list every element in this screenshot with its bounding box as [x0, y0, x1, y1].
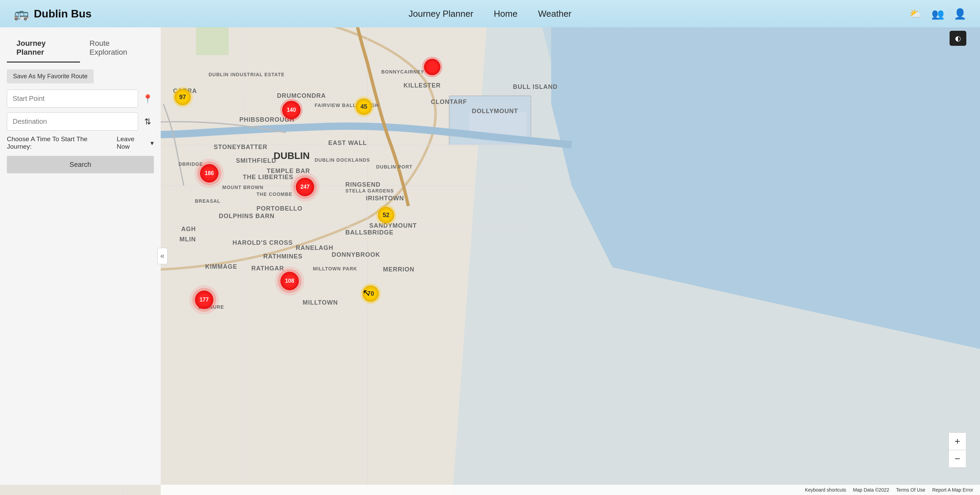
map-footer: Keyboard shortcuts Map Data ©2022 Terms … — [161, 485, 980, 495]
nav-links: Journey Planner Home Weather — [409, 8, 572, 19]
time-label: Choose A Time To Start The Journey: — [7, 135, 112, 150]
logo-area: 🚌 Dublin Bus — [14, 6, 92, 21]
map-marker-mtop-red[interactable] — [424, 59, 441, 75]
map-marker-m247[interactable]: 247 — [296, 178, 314, 196]
destination-row: ⇅ — [7, 113, 154, 131]
map-marker-m70[interactable]: 70 — [363, 285, 379, 302]
map-marker-m108[interactable]: 108 — [280, 272, 299, 290]
logo-text: Dublin Bus — [34, 8, 92, 20]
start-point-input[interactable] — [7, 89, 138, 108]
map-marker-m45[interactable]: 45 — [356, 99, 372, 115]
report-error-link[interactable]: Report A Map Error — [932, 487, 973, 493]
search-button[interactable]: Search — [7, 156, 154, 173]
header: 🚌 Dublin Bus Journey Planner Home Weathe… — [0, 0, 980, 27]
tab-journey-planner[interactable]: Journey Planner — [7, 34, 80, 62]
map-marker-m97[interactable]: 97 — [174, 89, 191, 105]
nav-home[interactable]: Home — [494, 8, 517, 19]
tab-route-exploration[interactable]: Route Exploration — [80, 34, 154, 62]
destination-input[interactable] — [7, 113, 138, 131]
swap-icon[interactable]: ⇅ — [142, 117, 154, 126]
people-icon[interactable]: 👥 — [931, 8, 944, 20]
map-marker-m177[interactable]: 177 — [195, 291, 213, 309]
map-marker-m140[interactable]: 140 — [282, 101, 301, 119]
map-container[interactable]: Journey Planner Route Exploration Save A… — [0, 27, 980, 495]
location-pin-icon[interactable]: 📍 — [142, 94, 154, 103]
weather-icon[interactable]: ⛅ — [909, 8, 922, 20]
chevron-down-icon: ▾ — [150, 139, 154, 147]
time-selector[interactable]: Leave Now ▾ — [116, 135, 154, 150]
collapse-sidebar-button[interactable]: « — [157, 248, 167, 264]
keyboard-shortcuts-link[interactable]: Keyboard shortcuts — [805, 487, 846, 493]
nav-journey-planner[interactable]: Journey Planner — [409, 8, 473, 19]
sidebar: Journey Planner Route Exploration Save A… — [0, 27, 161, 485]
header-icons: ⛅ 👥 👤 — [909, 8, 966, 20]
map-marker-m186[interactable]: 186 — [200, 164, 218, 183]
time-value: Leave Now — [116, 135, 148, 150]
save-favorite-button[interactable]: Save As My Favorite Route — [7, 69, 94, 83]
svg-rect-4 — [196, 27, 229, 55]
start-point-row: 📍 — [7, 89, 154, 108]
nav-weather[interactable]: Weather — [538, 8, 571, 19]
tabs: Journey Planner Route Exploration — [7, 34, 154, 62]
time-row: Choose A Time To Start The Journey: Leav… — [7, 135, 154, 150]
terms-of-use-link[interactable]: Terms Of Use — [896, 487, 926, 493]
dark-mode-button[interactable]: ◐ — [950, 31, 966, 46]
zoom-in-button[interactable]: + — [949, 433, 966, 450]
zoom-out-button[interactable]: − — [949, 450, 966, 467]
bus-icon: 🚌 — [14, 6, 29, 21]
zoom-controls: + − — [948, 433, 966, 468]
map-marker-m52[interactable]: 52 — [378, 207, 394, 223]
map-data-text: Map Data ©2022 — [853, 487, 889, 493]
user-icon[interactable]: 👤 — [954, 8, 966, 20]
